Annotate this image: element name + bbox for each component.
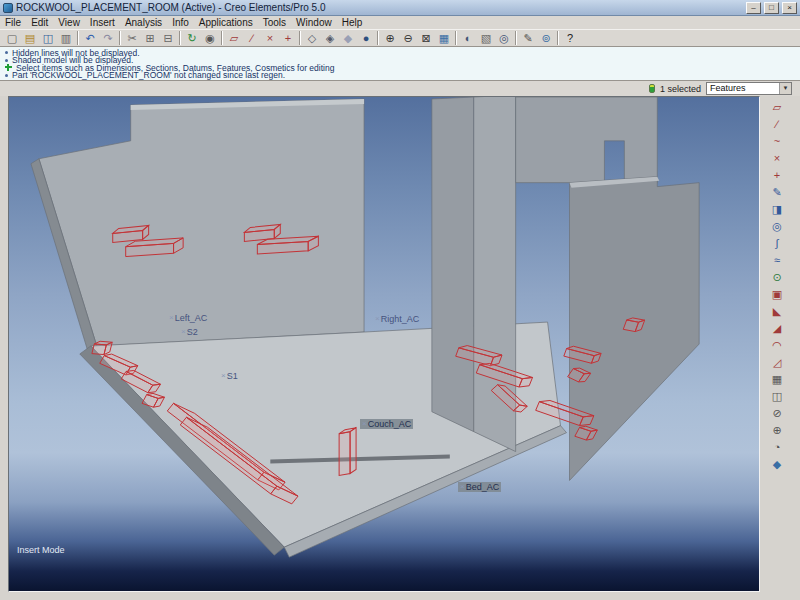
- datum-curve-tool[interactable]: ~: [768, 134, 786, 149]
- minimize-button[interactable]: –: [746, 2, 761, 14]
- datum-planes-toggle[interactable]: ▱: [225, 30, 243, 46]
- menu-item[interactable]: Info: [167, 16, 194, 29]
- window-title: ROCKWOOL_PLACEMENT_ROOM (Active) - Creo …: [16, 0, 743, 16]
- menu-item[interactable]: View: [53, 16, 85, 29]
- datum-axis-tool[interactable]: ∕: [768, 117, 786, 132]
- context-help-button[interactable]: ?: [561, 30, 579, 46]
- feature-label-s2[interactable]: × S2: [181, 327, 198, 337]
- open-file-button[interactable]: ▤: [21, 30, 39, 46]
- draft-tool[interactable]: ◢: [768, 321, 786, 336]
- blend-tool[interactable]: ≈: [768, 253, 786, 268]
- wireframe-display-button[interactable]: ◇: [303, 30, 321, 46]
- rib-tool[interactable]: ◣: [768, 304, 786, 319]
- menu-item[interactable]: Tools: [258, 16, 291, 29]
- spin-center-toggle[interactable]: ⊚: [537, 30, 555, 46]
- refit-button[interactable]: ⊠: [417, 30, 435, 46]
- selection-cross-icon: ×: [181, 327, 186, 337]
- paste-button[interactable]: ⊟: [159, 30, 177, 46]
- toolbar-separator: [515, 31, 517, 45]
- datum-points-toggle[interactable]: ×: [261, 30, 279, 46]
- selection-filter-dropdown[interactable]: Features ▼: [706, 82, 792, 95]
- toolbar-separator: [77, 31, 79, 45]
- feature-toolbar: ▱∕~×+✎◨◎∫≈⊙▣◣◢◠◿▦◫⊘⊕◔◆: [762, 96, 792, 592]
- feature-label-s1[interactable]: × S1: [221, 371, 238, 381]
- sweep-tool[interactable]: ∫: [768, 236, 786, 251]
- datum-plane-tool[interactable]: ▱: [768, 100, 786, 115]
- toolbar-separator: [455, 31, 457, 45]
- regenerate-button[interactable]: ↻: [183, 30, 201, 46]
- close-button[interactable]: ×: [782, 2, 797, 14]
- shaded-display-button[interactable]: ●: [357, 30, 375, 46]
- feature-label-couch-ac[interactable]: × Couch_AC: [360, 419, 413, 429]
- layers-button[interactable]: ▧: [477, 30, 495, 46]
- insert-mode-indicator: Insert Mode: [17, 545, 65, 555]
- coordinate-system-tool[interactable]: +: [768, 168, 786, 183]
- menu-item[interactable]: Edit: [26, 16, 53, 29]
- find-button[interactable]: ◉: [201, 30, 219, 46]
- copy-button[interactable]: ⊞: [141, 30, 159, 46]
- mirror-tool[interactable]: ◫: [768, 389, 786, 404]
- toolbar-separator: [377, 31, 379, 45]
- message-area: Hidden lines will not be displayed. Shad…: [0, 47, 800, 81]
- style-tool[interactable]: ◆: [768, 457, 786, 472]
- print-button[interactable]: ▥: [57, 30, 75, 46]
- menu-item[interactable]: Help: [337, 16, 368, 29]
- feature-label-bed-ac[interactable]: × Bed_AC: [458, 482, 501, 492]
- zoom-out-button[interactable]: ⊖: [399, 30, 417, 46]
- view-manager-button[interactable]: ◎: [495, 30, 513, 46]
- hidden-line-display-button[interactable]: ◈: [321, 30, 339, 46]
- cut-button[interactable]: ✂: [123, 30, 141, 46]
- feature-label-text: Bed_AC: [466, 482, 500, 492]
- pattern-tool[interactable]: ▦: [768, 372, 786, 387]
- room-model: [9, 97, 759, 591]
- revolve-tool[interactable]: ◎: [768, 219, 786, 234]
- datum-point-tool[interactable]: ×: [768, 151, 786, 166]
- new-file-button[interactable]: ▢: [3, 30, 21, 46]
- feature-label-text: S1: [227, 371, 238, 381]
- save-button[interactable]: ◫: [39, 30, 57, 46]
- zoom-in-button[interactable]: ⊕: [381, 30, 399, 46]
- left-wall: [39, 99, 364, 346]
- menu-item[interactable]: Insert: [85, 16, 120, 29]
- no-hidden-line-display-button[interactable]: ◆: [339, 30, 357, 46]
- toolbar-separator: [179, 31, 181, 45]
- repaint-button[interactable]: ▦: [435, 30, 453, 46]
- csys-toggle[interactable]: +: [279, 30, 297, 46]
- maximize-button[interactable]: □: [764, 2, 779, 14]
- selection-cross-icon: ×: [362, 419, 367, 429]
- menu-bar: FileEditViewInsertAnalysisInfoApplicatio…: [0, 16, 800, 29]
- datum-axes-toggle[interactable]: ∕: [243, 30, 261, 46]
- shell-tool[interactable]: ▣: [768, 287, 786, 302]
- menu-item[interactable]: Window: [291, 16, 337, 29]
- extrude-tool[interactable]: ◨: [768, 202, 786, 217]
- sketch-tool[interactable]: ✎: [768, 185, 786, 200]
- selection-cross-icon: ×: [460, 482, 465, 492]
- feature-label-text: S2: [187, 327, 198, 337]
- annotations-button[interactable]: ✎: [519, 30, 537, 46]
- menu-item[interactable]: File: [0, 16, 26, 29]
- selection-cross-icon: ×: [375, 314, 380, 324]
- saved-views-button[interactable]: ◐: [459, 30, 477, 46]
- merge-tool[interactable]: ⊕: [768, 423, 786, 438]
- model-viewport[interactable]: × Left_AC × S2 × Right_AC × S1 × Couch_A…: [8, 96, 760, 592]
- menu-item[interactable]: Applications: [194, 16, 258, 29]
- redo-button[interactable]: ↷: [99, 30, 117, 46]
- message-bullet-icon: [5, 51, 8, 54]
- round-tool[interactable]: ◠: [768, 338, 786, 353]
- chamfer-tool[interactable]: ◿: [768, 355, 786, 370]
- menu-item[interactable]: Analysis: [120, 16, 167, 29]
- undo-button[interactable]: ↶: [81, 30, 99, 46]
- toolbar-separator: [299, 31, 301, 45]
- toolbar-separator: [119, 31, 121, 45]
- hole-tool[interactable]: ⊙: [768, 270, 786, 285]
- trim-tool[interactable]: ⊘: [768, 406, 786, 421]
- title-bar: ROCKWOOL_PLACEMENT_ROOM (Active) - Creo …: [0, 0, 800, 16]
- feature-label-left-ac[interactable]: × Left_AC: [169, 313, 207, 323]
- upper-right-wall: [516, 97, 658, 183]
- room-walls: [31, 97, 699, 557]
- wrap-tool[interactable]: ◔: [768, 440, 786, 455]
- chevron-down-icon[interactable]: ▼: [779, 83, 791, 94]
- feature-label-text: Right_AC: [381, 314, 420, 324]
- selection-status-icon: [649, 84, 655, 93]
- feature-label-right-ac[interactable]: × Right_AC: [375, 314, 419, 324]
